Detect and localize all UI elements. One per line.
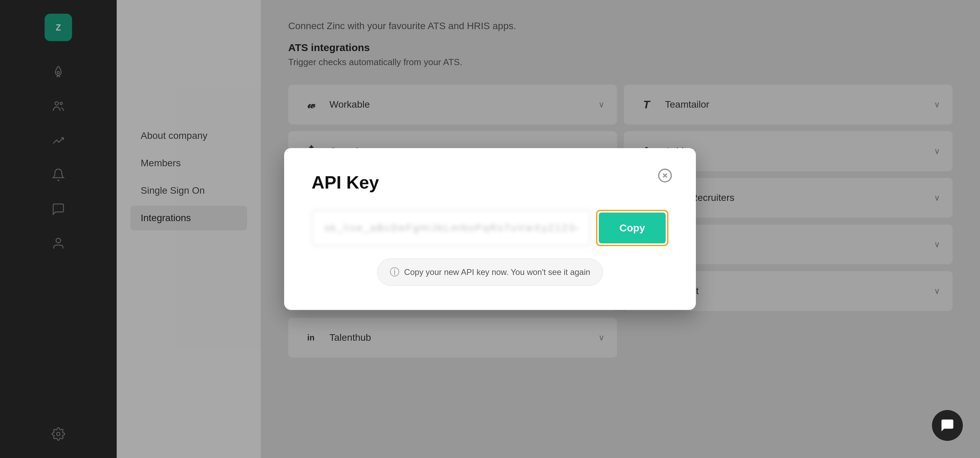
modal-overlay[interactable]: API Key Copy ⓘ Copy your new API key now… bbox=[0, 0, 980, 458]
info-icon: ⓘ bbox=[390, 266, 399, 279]
api-key-input[interactable] bbox=[312, 210, 590, 246]
notice-text: Copy your new API key now. You won't see… bbox=[404, 268, 590, 277]
api-key-row: Copy bbox=[312, 210, 668, 246]
modal-notice: ⓘ Copy your new API key now. You won't s… bbox=[377, 258, 603, 286]
close-button[interactable] bbox=[655, 165, 675, 186]
api-key-modal: API Key Copy ⓘ Copy your new API key now… bbox=[284, 148, 696, 310]
copy-button-wrapper: Copy bbox=[596, 210, 668, 246]
copy-button[interactable]: Copy bbox=[599, 212, 666, 243]
chat-support-button[interactable] bbox=[932, 410, 963, 441]
modal-title: API Key bbox=[312, 172, 668, 193]
